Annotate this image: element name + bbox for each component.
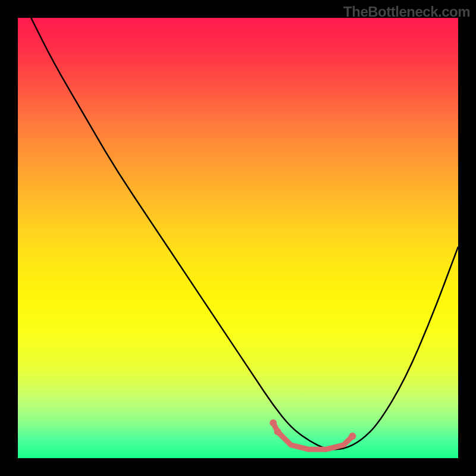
highlight-dot <box>274 428 281 436</box>
chart-plot-area <box>18 18 458 458</box>
optimal-range-highlight <box>273 423 352 449</box>
bottleneck-curve-line <box>31 18 458 449</box>
highlight-dot <box>349 433 356 440</box>
highlight-dot <box>270 419 277 427</box>
watermark-label: TheBottleneck.com <box>343 4 470 20</box>
chart-svg <box>18 18 458 458</box>
